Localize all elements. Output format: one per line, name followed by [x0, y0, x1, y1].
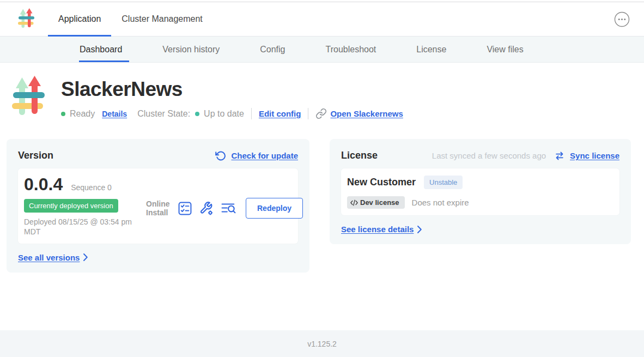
- customer-row: New Customer Unstable: [347, 176, 613, 189]
- divider: [251, 108, 252, 119]
- app-ready-dot: [61, 112, 65, 116]
- deployed-timestamp: Deployed 08/15/25 @ 03:54 pm MDT: [24, 217, 143, 237]
- cluster-state-dot: [195, 112, 199, 116]
- checklist-icon: [178, 202, 192, 215]
- link-chain-icon: [315, 108, 327, 119]
- see-all-versions-label: See all versions: [18, 253, 80, 262]
- preflight-checks-button[interactable]: [178, 202, 192, 215]
- app-hero: SlackerNews Ready Details Cluster State:…: [0, 63, 644, 119]
- license-card-title: License: [341, 150, 378, 161]
- refresh-icon: [215, 150, 226, 161]
- license-card-header: License Last synced a few seconds ago Sy…: [341, 150, 619, 161]
- tab-application[interactable]: Application: [48, 2, 111, 36]
- version-card: Version Check for update 0.0.4: [7, 139, 309, 273]
- sync-license-link[interactable]: Sync license: [570, 151, 619, 160]
- app-status-row: Ready Details Cluster State: Up to date …: [61, 108, 403, 119]
- install-type-label: Online Install: [146, 199, 171, 217]
- subnav-tab-license[interactable]: License: [416, 37, 446, 62]
- hero-body: SlackerNews Ready Details Cluster State:…: [61, 76, 403, 119]
- subnav-tab-version-history[interactable]: Version history: [162, 37, 220, 62]
- cluster-state-label: Cluster State:: [137, 109, 190, 119]
- version-number-row: 0.0.4 Sequence 0: [24, 176, 292, 193]
- app-icon-large: [12, 76, 45, 119]
- version-detail-row: Currently deployed version Deployed 08/1…: [24, 199, 292, 237]
- app-status-text: Ready: [70, 109, 95, 119]
- page-title: SlackerNews: [61, 78, 403, 101]
- app-header: Application Cluster Management: [0, 2, 644, 37]
- dashboard-main: SlackerNews Ready Details Cluster State:…: [0, 63, 644, 330]
- code-icon: [350, 199, 358, 206]
- check-for-update-link[interactable]: Check for update: [231, 151, 298, 160]
- view-logs-button[interactable]: [221, 201, 236, 215]
- license-panel: New Customer Unstable: [341, 168, 619, 215]
- primary-nav: Application Cluster Management: [48, 2, 213, 36]
- edit-config-link[interactable]: Edit config: [259, 109, 301, 118]
- sync-arrows-icon: [554, 150, 565, 161]
- version-card-header: Version Check for update: [18, 150, 298, 161]
- deployed-version-badge: Currently deployed version: [24, 199, 118, 213]
- status-details-link[interactable]: Details: [102, 110, 127, 118]
- console-footer: v1.125.2: [0, 330, 644, 357]
- license-type-tag: Dev license: [347, 196, 405, 209]
- cluster-state-value: Up to date: [204, 109, 244, 119]
- ellipsis-circle-icon: [614, 11, 630, 27]
- wrench-gear-icon: [199, 201, 214, 216]
- customer-name: New Customer: [347, 177, 416, 188]
- subnav-tab-config[interactable]: Config: [260, 37, 285, 62]
- version-deploy-info: Currently deployed version Deployed 08/1…: [24, 199, 146, 237]
- log-search-icon: [221, 201, 236, 215]
- see-all-versions-link[interactable]: See all versions: [18, 253, 88, 262]
- current-version-panel: 0.0.4 Sequence 0 Currently deployed vers…: [18, 168, 298, 244]
- last-synced-text: Last synced a few seconds ago: [432, 151, 546, 160]
- chevron-right-icon: [83, 253, 88, 261]
- subnav-tab-troubleshoot[interactable]: Troubleshoot: [325, 37, 376, 62]
- divider: [308, 108, 308, 119]
- sync-license-group: Last synced a few seconds ago Sync licen…: [432, 150, 619, 161]
- license-expiry: Does not expire: [412, 198, 469, 207]
- license-type-row: Dev license Does not expire: [347, 196, 613, 209]
- open-app-link-group: Open Slackernews: [315, 108, 403, 119]
- version-actions: Online Install: [146, 198, 303, 219]
- version-card-title: Version: [18, 150, 53, 161]
- version-sequence: Sequence 0: [71, 183, 112, 192]
- subnav-tab-dashboard[interactable]: Dashboard: [80, 37, 122, 62]
- check-update-group: Check for update: [215, 150, 298, 161]
- open-slackernews-link[interactable]: Open Slackernews: [330, 109, 403, 118]
- redeploy-button[interactable]: Redeploy: [246, 198, 303, 219]
- console-version-text: v1.125.2: [307, 340, 337, 348]
- app-subnav: Dashboard Version history Config Trouble…: [0, 37, 644, 63]
- chevron-right-icon: [417, 226, 422, 233]
- tab-cluster-management[interactable]: Cluster Management: [111, 2, 213, 36]
- more-options-button[interactable]: [613, 11, 630, 27]
- subnav-tab-view-files[interactable]: View files: [487, 37, 523, 62]
- see-license-details-label: See license details: [341, 225, 414, 234]
- license-type-label: Dev license: [360, 198, 399, 207]
- edit-config-button[interactable]: [199, 201, 214, 216]
- dashboard-cards: Version Check for update 0.0.4: [7, 139, 631, 273]
- see-license-details-link[interactable]: See license details: [341, 225, 422, 234]
- license-card: License Last synced a few seconds ago Sy…: [330, 139, 631, 244]
- version-number: 0.0.4: [24, 176, 63, 193]
- channel-badge: Unstable: [424, 176, 463, 189]
- app-logo-icon: [18, 8, 34, 30]
- admin-console-page: Application Cluster Management Dashboard…: [0, 0, 644, 357]
